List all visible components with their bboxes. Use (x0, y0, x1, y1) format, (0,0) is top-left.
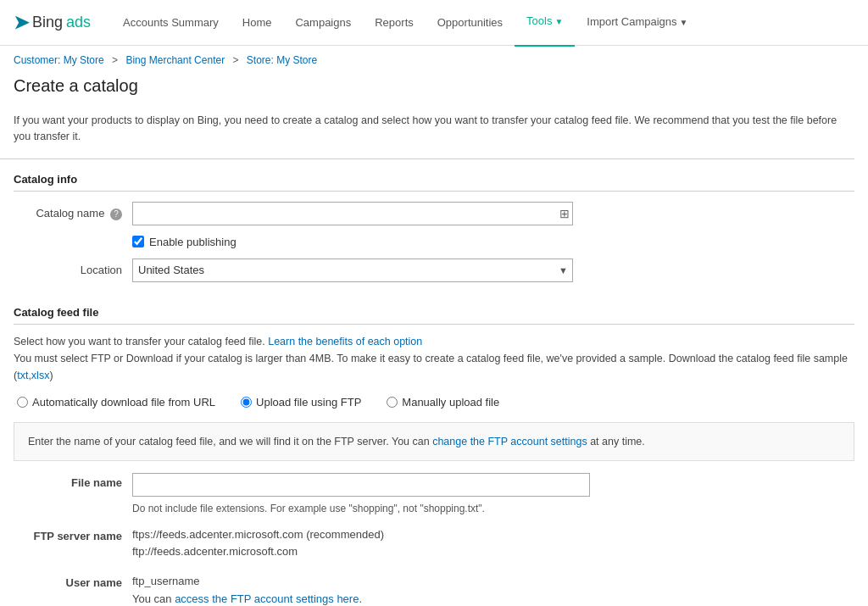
catalog-name-help-icon[interactable]: ? (110, 208, 122, 220)
logo-ads-text: ads (66, 14, 91, 31)
user-name-text: ftp_username (132, 573, 854, 591)
radio-ftp-option[interactable]: Upload file using FTP (241, 396, 361, 409)
transfer-method-radio-group: Automatically download file from URL Upl… (14, 396, 854, 409)
ftp-access-text: You can access the FTP account settings … (132, 591, 854, 606)
file-name-value: Do not include file extensions. For exam… (132, 473, 854, 514)
nav-item-opportunities[interactable]: Opportunities (426, 0, 515, 46)
radio-url-option[interactable]: Automatically download file from URL (17, 396, 215, 409)
sample-xlsx-link[interactable]: xlsx (31, 370, 50, 381)
enable-publishing-label: Enable publishing (149, 236, 236, 248)
radio-ftp-label: Upload file using FTP (256, 396, 361, 409)
file-name-row: File name Do not include file extensions… (14, 473, 854, 514)
catalog-name-row: Catalog name ? ⊞ (14, 202, 854, 225)
ftp-server-label: FTP server name (14, 526, 132, 542)
catalog-info-section: Catalog info Catalog name ? ⊞ Enable pub… (0, 159, 868, 282)
ftp-info-text2: at any time. (590, 436, 645, 448)
ftp-server-recommended: ftps://feeds.adcenter.microsoft.com (rec… (132, 526, 854, 544)
breadcrumb-merchant[interactable]: Bing Merchant Center (125, 54, 225, 66)
location-label: Location (14, 264, 132, 276)
catalog-name-input-wrapper: ⊞ (132, 202, 573, 225)
catalog-info-title: Catalog info (14, 173, 854, 192)
nav-item-reports[interactable]: Reports (363, 0, 426, 46)
logo-bing-text: Bing (32, 14, 63, 31)
radio-ftp-input[interactable] (241, 397, 252, 408)
enable-publishing-checkbox[interactable] (132, 236, 144, 247)
feed-description: Select how you want to transfer your cat… (14, 333, 854, 384)
learn-benefits-link[interactable]: Learn the benefits of each option (268, 336, 422, 347)
breadcrumb: Customer: My Store > Bing Merchant Cente… (0, 46, 868, 71)
catalog-feed-section: Catalog feed file Select how you want to… (0, 292, 868, 607)
radio-manual-input[interactable] (387, 397, 398, 408)
location-select-wrapper-outer: United States United Kingdom Australia C… (132, 259, 573, 282)
import-dropdown-arrow: ▼ (680, 18, 688, 27)
catalog-feed-title: Catalog feed file (14, 306, 854, 325)
feed-desc-text1: Select how you want to transfer your cat… (14, 336, 265, 347)
location-select-wrapper: United States United Kingdom Australia C… (132, 259, 573, 282)
user-name-row: User name ftp_username You can access th… (14, 573, 854, 606)
ftp-server-alt: ftp://feeds.adcenter.microsoft.com (132, 543, 854, 561)
feed-desc-text3: ) (49, 370, 53, 381)
radio-manual-label: Manually upload file (402, 396, 499, 409)
file-name-input[interactable] (132, 473, 590, 497)
ftp-server-row: FTP server name ftps://feeds.adcenter.mi… (14, 526, 854, 562)
ftp-info-box: Enter the name of your catalog feed file… (14, 422, 854, 461)
nav-item-campaigns[interactable]: Campaigns (283, 0, 363, 46)
nav-item-accounts-summary[interactable]: Accounts Summary (111, 0, 231, 46)
enable-publishing-row: Enable publishing (14, 236, 854, 248)
user-name-value: ftp_username You can access the FTP acco… (132, 573, 854, 606)
catalog-name-label: Catalog name ? (14, 207, 132, 220)
nav-item-home[interactable]: Home (231, 0, 284, 46)
tools-dropdown-arrow: ▼ (554, 17, 563, 26)
radio-url-label: Automatically download file from URL (32, 396, 215, 409)
radio-manual-option[interactable]: Manually upload file (387, 396, 499, 409)
ftp-access-suffix: . (359, 592, 362, 605)
ftp-access-link[interactable]: access the FTP account settings here (175, 592, 359, 605)
bing-logo-icon: ➤ (14, 12, 29, 34)
catalog-name-input[interactable] (132, 202, 573, 225)
breadcrumb-separator-2: > (232, 54, 238, 66)
nav-item-import-campaigns[interactable]: Import Campaigns▼ (575, 0, 699, 46)
change-ftp-settings-link[interactable]: change the FTP account settings (432, 436, 587, 448)
radio-url-input[interactable] (17, 397, 28, 408)
ftp-info-text1: Enter the name of your catalog feed file… (28, 436, 430, 448)
breadcrumb-customer[interactable]: Customer: My Store (14, 54, 104, 66)
file-name-label: File name (14, 473, 132, 489)
page-description: If you want your products to display on … (0, 108, 854, 159)
file-name-note: Do not include file extensions. For exam… (132, 503, 854, 514)
breadcrumb-separator-1: > (112, 54, 118, 66)
location-row: Location United States United Kingdom Au… (14, 259, 854, 282)
page-title: Create a catalog (0, 71, 868, 108)
breadcrumb-current: Store: My Store (247, 54, 317, 66)
user-name-label: User name (14, 573, 132, 589)
feed-desc-text2: You must select FTP or Download if your … (14, 353, 848, 381)
ftp-access-prefix: You can (132, 592, 172, 605)
catalog-name-field-wrapper: ⊞ (132, 202, 573, 225)
catalog-name-clear-icon[interactable]: ⊞ (559, 207, 570, 220)
top-navigation: ➤ Bing ads Accounts Summary Home Campaig… (0, 0, 868, 46)
logo: ➤ Bing ads (14, 12, 91, 34)
sample-txt-link[interactable]: txt (17, 370, 28, 381)
nav-item-tools[interactable]: Tools▼ (515, 0, 575, 47)
location-select[interactable]: United States United Kingdom Australia C… (132, 259, 573, 282)
nav-links: Accounts Summary Home Campaigns Reports … (111, 0, 699, 47)
ftp-server-value: ftps://feeds.adcenter.microsoft.com (rec… (132, 526, 854, 562)
